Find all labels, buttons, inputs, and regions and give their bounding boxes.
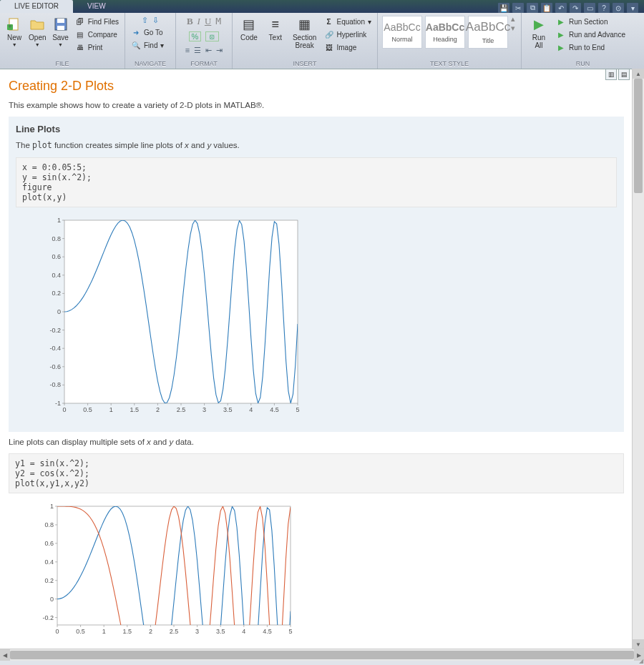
tab-live-editor[interactable]: LIVE EDITOR: [0, 0, 73, 13]
svg-text:0.4: 0.4: [52, 272, 61, 279]
svg-text:4: 4: [242, 628, 245, 635]
svg-text:1.5: 1.5: [123, 628, 132, 635]
open-button[interactable]: Open▼: [26, 14, 49, 49]
style-title[interactable]: AaBbCcTitle: [468, 16, 508, 49]
qa-copy-icon[interactable]: ⧉: [527, 3, 538, 13]
scroll-up-icon[interactable]: ▲: [633, 69, 644, 79]
vscroll-thumb[interactable]: [634, 79, 643, 193]
open-folder-icon: [29, 16, 46, 33]
tab-view[interactable]: VIEW: [73, 0, 120, 13]
qa-window-icon[interactable]: ▭: [584, 3, 595, 13]
bold-button[interactable]: B: [187, 16, 193, 27]
svg-text:0: 0: [62, 406, 66, 413]
vertical-scrollbar[interactable]: ▲ ▼: [632, 69, 644, 649]
qa-undo-icon[interactable]: ↶: [555, 3, 567, 13]
style-scroll[interactable]: ▴▾: [509, 14, 517, 33]
svg-text:1: 1: [109, 406, 113, 413]
run-end-button[interactable]: ▶Run to End: [553, 41, 628, 53]
save-button[interactable]: Save▼: [49, 14, 72, 49]
image-icon: 🖼: [324, 42, 334, 52]
svg-text:0: 0: [50, 596, 54, 603]
svg-text:0.8: 0.8: [52, 235, 61, 242]
new-button[interactable]: +New▼: [3, 14, 26, 49]
outdent-icon[interactable]: ⇤: [205, 46, 212, 55]
section-break-icon: ▦: [296, 16, 313, 33]
document-area[interactable]: Creating 2-D Plots This example shows ho…: [0, 69, 631, 649]
svg-text:2: 2: [149, 628, 152, 635]
image-button[interactable]: 🖼Image: [321, 41, 374, 53]
svg-text:0.6: 0.6: [52, 253, 61, 260]
tab-bar: LIVE EDITOR VIEW 💾 ✂ ⧉ 📋 ↶ ↷ ▭ ? ⊙ ▾: [0, 0, 644, 13]
find-button[interactable]: 🔍Find ▾: [128, 39, 172, 51]
italic-button[interactable]: I: [197, 16, 200, 27]
run-advance-button[interactable]: ▶Run and Advance: [553, 29, 628, 40]
underline-button[interactable]: U: [205, 16, 211, 27]
svg-text:1: 1: [50, 503, 54, 510]
svg-text:+: +: [8, 23, 11, 30]
mono-button[interactable]: M: [215, 16, 221, 27]
svg-rect-4: [57, 19, 64, 23]
hyperlink-button[interactable]: 🔗Hyperlink: [321, 29, 374, 40]
qa-help-icon[interactable]: ?: [598, 3, 610, 13]
list-num-icon[interactable]: ≡: [185, 46, 190, 55]
insert-text-button[interactable]: ≡Text: [263, 14, 288, 43]
run-section-button[interactable]: ▶Run Section: [553, 16, 628, 27]
indent-icon[interactable]: ⇥: [216, 46, 223, 55]
scroll-left-icon[interactable]: ◀: [0, 649, 10, 661]
play-icon: ▶: [530, 16, 547, 33]
code-block-2[interactable]: y1 = sin(x.^2); y2 = cos(x.^2); plot(x,y…: [9, 453, 624, 493]
nav-arrows[interactable]: ⇧⇩: [128, 16, 172, 25]
caret-up-icon: ▴: [511, 14, 515, 24]
navigate-section-label: NAVIGATE: [125, 59, 175, 69]
strike-icon[interactable]: ⦻: [205, 31, 219, 41]
percent-icon[interactable]: %: [189, 31, 202, 41]
qa-redo-icon[interactable]: ↷: [570, 3, 581, 13]
intro-text: This example shows how to create a varie…: [9, 101, 624, 109]
section-line-plots: Line Plots The plot function creates sim…: [9, 117, 624, 432]
equation-button[interactable]: ΣEquation ▾: [321, 16, 374, 27]
svg-text:3: 3: [195, 628, 199, 635]
insert-section-label: INSERT: [233, 59, 377, 69]
arrow-down-icon: ⇩: [152, 16, 159, 25]
qa-min-icon[interactable]: ▾: [627, 3, 638, 13]
style-normal[interactable]: AaBbCcNormal: [382, 16, 422, 49]
svg-text:1.5: 1.5: [130, 406, 140, 413]
svg-text:-0.8: -0.8: [49, 381, 61, 388]
new-file-icon: +: [6, 16, 23, 33]
find-files-button[interactable]: 🗐Find Files: [72, 16, 122, 27]
compare-button[interactable]: ▤Compare: [72, 29, 122, 40]
list-bul-icon[interactable]: ☰: [194, 46, 201, 55]
svg-text:1: 1: [57, 217, 61, 224]
scroll-down-icon[interactable]: ▼: [633, 639, 644, 649]
find-icon: 🔍: [131, 40, 141, 50]
resize-grip-icon[interactable]: ◢: [639, 658, 643, 664]
qa-cut-icon[interactable]: ✂: [512, 3, 524, 13]
svg-text:2.5: 2.5: [177, 406, 186, 413]
svg-text:0.5: 0.5: [76, 628, 85, 635]
svg-text:0.4: 0.4: [44, 558, 54, 566]
save-icon: [52, 16, 69, 33]
run-all-button[interactable]: ▶Run All: [525, 14, 553, 51]
section-heading: Line Plots: [16, 124, 617, 134]
print-button[interactable]: 🖶Print: [72, 41, 122, 53]
code-block-1[interactable]: x = 0:0.05:5; y = sin(x.^2); figure plot…: [16, 157, 617, 207]
code-icon: ▤: [240, 16, 258, 33]
svg-text:-0.4: -0.4: [49, 345, 61, 352]
quickbar: 💾 ✂ ⧉ 📋 ↶ ↷ ▭ ? ⊙ ▾: [498, 3, 644, 13]
style-heading[interactable]: AaBbCcHeading: [425, 16, 465, 49]
hscroll-thumb[interactable]: [10, 651, 634, 659]
run-end-icon: ▶: [556, 42, 566, 52]
footer-strip: [0, 661, 644, 665]
goto-button[interactable]: ➜Go To: [128, 26, 172, 38]
svg-text:3: 3: [203, 406, 206, 413]
text-icon: ≡: [267, 16, 284, 33]
qa-paste-icon[interactable]: 📋: [541, 3, 552, 13]
svg-text:-0.2: -0.2: [49, 327, 61, 334]
svg-rect-53: [57, 506, 291, 625]
goto-icon: ➜: [131, 27, 141, 37]
qa-save-icon[interactable]: 💾: [498, 3, 509, 13]
insert-code-button[interactable]: ▤Code: [235, 14, 263, 43]
horizontal-scrollbar[interactable]: ◀ ▶: [0, 649, 644, 661]
section-break-button[interactable]: ▦Section Break: [288, 14, 321, 51]
qa-collapse-icon[interactable]: ⊙: [613, 3, 624, 13]
